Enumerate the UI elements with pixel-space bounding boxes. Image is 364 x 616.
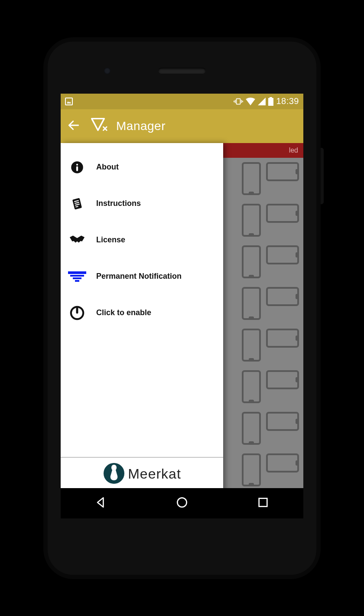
brand: Meerkat — [67, 462, 217, 486]
drawer-item-label: Instructions — [96, 199, 141, 208]
svg-point-4 — [76, 163, 78, 165]
cell-signal-icon — [258, 98, 266, 105]
nav-home-button[interactable] — [175, 495, 189, 511]
power-icon — [68, 304, 86, 322]
phone-camera — [104, 68, 110, 74]
app-logo-icon — [88, 115, 108, 137]
phone-speaker — [158, 68, 206, 74]
status-banner-text: led — [289, 147, 298, 154]
status-bar: 18:39 — [61, 94, 303, 109]
svg-rect-12 — [76, 307, 78, 313]
screen: 18:39 Manager led — [61, 94, 303, 518]
svg-rect-2 — [268, 98, 273, 106]
picture-icon — [65, 98, 73, 105]
drawer-item-label: Permanent Notification — [96, 272, 182, 281]
drawer-item-label: Click to enable — [96, 308, 151, 317]
instructions-icon — [68, 195, 86, 212]
svg-rect-5 — [76, 166, 78, 171]
drawer-item-instructions[interactable]: Instructions — [61, 186, 223, 222]
drawer-item-enable[interactable]: Click to enable — [61, 295, 223, 331]
status-clock: 18:39 — [276, 96, 299, 106]
drawer-item-about[interactable]: About — [61, 149, 223, 186]
battery-icon — [268, 97, 273, 106]
handshake-icon — [68, 231, 86, 249]
drawer-item-license[interactable]: License — [61, 222, 223, 258]
android-nav-bar — [61, 488, 303, 518]
app-bar: Manager — [61, 109, 303, 143]
back-button[interactable] — [67, 118, 81, 134]
svg-rect-15 — [259, 498, 267, 506]
navigation-drawer: About Instructions License — [61, 143, 223, 518]
drawer-item-notification[interactable]: Permanent Notification — [61, 258, 223, 295]
svg-rect-6 — [72, 198, 82, 209]
svg-rect-0 — [237, 98, 240, 104]
wifi-icon — [246, 98, 255, 105]
drawer-item-label: About — [96, 163, 119, 172]
drawer-list: About Instructions License — [61, 143, 223, 457]
nav-back-button[interactable] — [94, 495, 108, 511]
nav-recent-button[interactable] — [256, 495, 270, 511]
app-title: Manager — [116, 119, 166, 133]
info-icon — [68, 159, 86, 176]
drawer-item-label: License — [96, 235, 125, 244]
phone-frame: 18:39 Manager led — [43, 37, 321, 579]
meerkat-logo-icon — [103, 462, 125, 486]
vibrate-icon — [234, 98, 243, 105]
brand-name: Meerkat — [128, 466, 181, 482]
svg-rect-1 — [270, 97, 272, 98]
notification-icon — [68, 268, 86, 285]
svg-point-14 — [177, 498, 186, 507]
